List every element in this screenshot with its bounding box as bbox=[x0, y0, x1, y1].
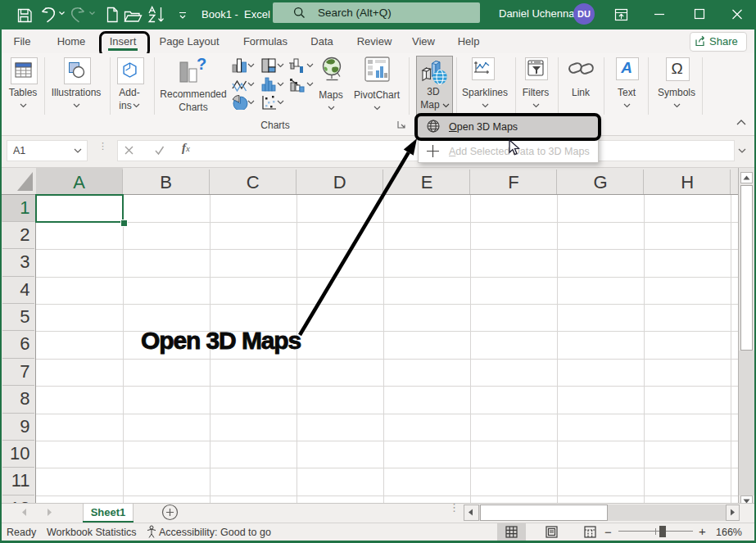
svg-text:?: ? bbox=[197, 56, 206, 73]
